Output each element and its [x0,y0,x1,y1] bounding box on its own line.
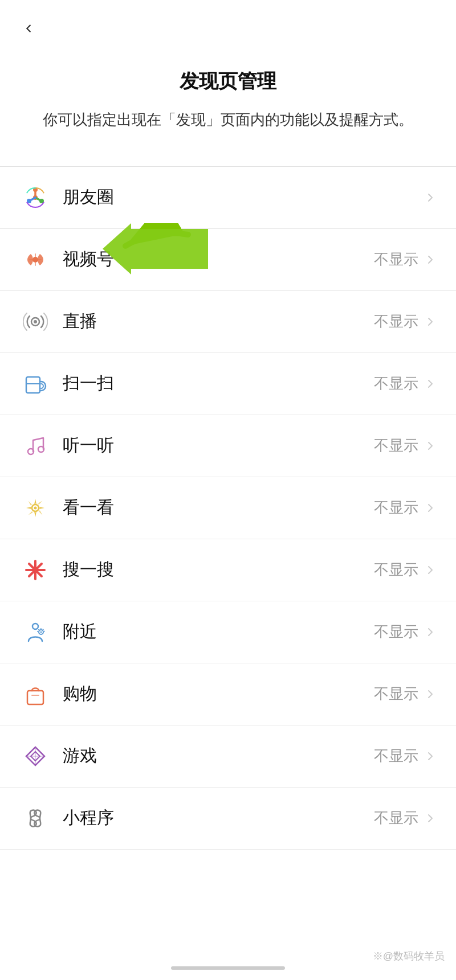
tingyiting-chevron [425,441,435,451]
svg-rect-23 [27,691,43,704]
gouwu-chevron [425,689,435,699]
shipinhao-status: 不显示 [374,249,418,269]
kanyikan-status: 不显示 [374,498,418,518]
xiaochengxu-status: 不显示 [374,808,418,828]
saoyisao-label: 扫一扫 [63,372,374,395]
souyisou-chevron [425,565,435,575]
shipinhao-chevron [425,255,435,265]
watermark: ※@数码牧羊员 [373,949,445,963]
menu-item-shipinhao[interactable]: 视频号 不显示 [0,229,456,291]
back-button[interactable] [16,16,41,41]
zhibo-chevron [425,317,435,327]
page-subtitle: 你可以指定出现在「发现」页面内的功能以及提醒方式。 [0,108,456,132]
menu-item-souyisou[interactable]: 搜一搜 不显示 [0,539,456,601]
saoyisao-icon [21,369,50,399]
youxi-status: 不显示 [374,746,418,766]
svg-point-9 [34,320,37,323]
gouwu-label: 购物 [63,682,374,706]
youxi-icon [21,741,50,771]
menu-list: 朋友圈 视频号 不显示 [0,167,456,850]
kanyikan-chevron [425,503,435,513]
fujin-chevron [425,627,435,637]
saoyisao-chevron [425,379,435,389]
menu-item-xiaochengxu[interactable]: 小程序 不显示 [0,788,456,850]
souyisou-status: 不显示 [374,560,418,580]
xiaochengxu-label: 小程序 [63,806,374,830]
svg-rect-10 [26,377,40,393]
kanyikan-icon [21,493,50,523]
svg-point-20 [32,624,38,629]
xiaochengxu-icon [21,803,50,833]
souyisou-label: 搜一搜 [63,558,374,581]
shipinhao-label: 视频号 [63,248,374,271]
gouwu-status: 不显示 [374,684,418,704]
svg-point-15 [34,506,37,509]
saoyisao-status: 不显示 [374,374,418,393]
gouwu-icon [21,679,50,709]
zhibo-label: 直播 [63,310,374,333]
fujin-status: 不显示 [374,622,418,642]
menu-item-fujin[interactable]: 附近 不显示 [0,601,456,663]
menu-item-youxi[interactable]: 游戏 不显示 [0,725,456,788]
pengyouquan-chevron [425,192,435,203]
tingyiting-status: 不显示 [374,436,418,456]
pengyouquan-icon [21,183,50,212]
page-title: 发现页管理 [0,68,456,95]
tingyiting-label: 听一听 [63,434,374,457]
kanyikan-label: 看一看 [63,496,374,519]
souyisou-icon [21,555,50,585]
menu-item-kanyikan[interactable]: 看一看 不显示 [0,477,456,539]
shipinhao-icon [21,245,50,274]
menu-item-gouwu[interactable]: 购物 不显示 [0,663,456,725]
fujin-label: 附近 [63,620,374,643]
svg-point-5 [32,257,38,263]
zhibo-icon [21,307,50,337]
youxi-label: 游戏 [63,744,374,768]
page-header: 发现页管理 你可以指定出现在「发现」页面内的功能以及提醒方式。 [0,0,456,149]
pengyouquan-label: 朋友圈 [63,186,418,209]
menu-item-zhibo[interactable]: 直播 不显示 [0,291,456,353]
menu-item-saoyisao[interactable]: 扫一扫 不显示 [0,353,456,415]
menu-item-pengyouquan[interactable]: 朋友圈 [0,167,456,229]
svg-point-22 [40,631,42,633]
menu-item-tingyiting[interactable]: 听一听 不显示 [0,415,456,477]
tingyiting-icon [21,431,50,461]
xiaochengxu-chevron [425,813,435,823]
zhibo-status: 不显示 [374,311,418,331]
home-indicator [171,966,285,970]
youxi-chevron [425,751,435,761]
fujin-icon [21,617,50,647]
